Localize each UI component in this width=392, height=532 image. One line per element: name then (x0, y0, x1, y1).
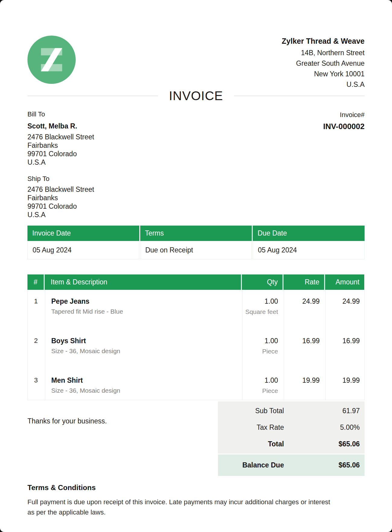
address-line: U.S.A (27, 158, 94, 166)
bill-to-address: 2476 Blackwell Street Fairbanks 99701 Co… (27, 133, 94, 166)
terms-value: Due on Receipt (140, 241, 252, 259)
item-qty-cell: 1.00 Piece (242, 329, 283, 369)
invoice-document: Zylker Thread & Weave 14B, Northern Stre… (0, 0, 392, 532)
company-address-line: U.S.A (282, 79, 365, 90)
invoice-number-block: Invoice# INV-000002 (323, 110, 365, 219)
item-subdescription: Tapered fit Mid rise - Blue (51, 308, 236, 315)
page-title: INVOICE (169, 89, 223, 103)
terms-header: Terms (140, 226, 252, 241)
terms-body: Full payment is due upon receipt of this… (27, 497, 338, 518)
terms-heading: Terms & Conditions (27, 483, 365, 492)
column-header-qty: Qty (242, 274, 283, 290)
invoice-date-header: Invoice Date (27, 226, 139, 241)
subtotal-label: Sub Total (218, 407, 284, 415)
total-label: Total (218, 440, 284, 448)
item-qty-cell: 1.00 Piece (242, 369, 283, 400)
company-address-line: Greater South Avenue (282, 58, 365, 69)
table-row: 1 Pepe Jeans Tapered fit Mid rise - Blue… (28, 290, 364, 329)
item-qty: 1.00 (242, 376, 278, 385)
ship-to-label: Ship To (27, 175, 94, 183)
balance-due-label: Balance Due (218, 461, 284, 469)
address-line: 99701 Colorado (27, 202, 94, 211)
table-row: 2 Boys Shirt Size - 36, Mosaic design 1.… (28, 329, 364, 369)
invoice-dates-table: Invoice Date Terms Due Date 05 Aug 2024 … (27, 226, 365, 259)
table-row: 3 Men Shirt Size - 36, Mosaic design 1.0… (28, 369, 364, 400)
item-unit: Piece (242, 348, 278, 355)
column-header-rate: Rate (283, 274, 324, 290)
item-amount: 16.99 (325, 329, 365, 369)
column-header-index: # (27, 274, 44, 290)
ship-to-block: Ship To 2476 Blackwell Street Fairbanks … (27, 175, 94, 219)
item-rate: 24.99 (284, 290, 324, 329)
ship-to-address: 2476 Blackwell Street Fairbanks 99701 Co… (27, 185, 94, 219)
item-rate: 19.99 (284, 369, 324, 400)
company-name: Zylker Thread & Weave (282, 36, 365, 46)
due-date-value: 05 Aug 2024 (253, 241, 365, 259)
company-address-line: 14B, Northern Street (282, 48, 365, 58)
total-value: $65.06 (284, 440, 365, 448)
address-line: 99701 Colorado (27, 150, 94, 158)
company-logo (27, 36, 76, 84)
item-rate: 16.99 (284, 329, 324, 369)
items-table-header: # Item & Description Qty Rate Amount (27, 274, 365, 290)
items-table-body: 1 Pepe Jeans Tapered fit Mid rise - Blue… (27, 290, 365, 400)
address-line: U.S.A (27, 211, 94, 219)
company-address-line: New York 10001 (282, 69, 365, 79)
balance-due-value: $65.06 (284, 461, 365, 469)
item-unit: Square feet (242, 308, 278, 315)
item-description-cell: Pepe Jeans Tapered fit Mid rise - Blue (45, 290, 241, 329)
item-name: Pepe Jeans (51, 297, 236, 306)
tax-rate-row: Tax Rate 5.00% (218, 419, 365, 436)
divider-line-right (234, 96, 365, 96)
total-row: Total $65.06 (218, 436, 365, 452)
subtotal-value: 61.97 (284, 407, 365, 415)
item-subdescription: Size - 36, Mosaic design (51, 347, 236, 355)
bill-to-block: Bill To Scott, Melba R. 2476 Blackwell S… (27, 110, 94, 166)
balance-due-row: Balance Due $65.06 (218, 454, 365, 476)
company-block: Zylker Thread & Weave 14B, Northern Stre… (282, 36, 365, 90)
item-subdescription: Size - 36, Mosaic design (51, 387, 236, 394)
column-header-description: Item & Description (45, 274, 241, 290)
invoice-number-label: Invoice# (323, 111, 365, 119)
item-amount: 19.99 (325, 369, 365, 400)
item-description-cell: Boys Shirt Size - 36, Mosaic design (45, 329, 241, 369)
item-qty: 1.00 (242, 297, 278, 306)
divider-line-left (27, 96, 158, 96)
item-name: Boys Shirt (51, 337, 236, 345)
thanks-note: Thanks for your business. (27, 417, 107, 425)
item-description-cell: Men Shirt Size - 36, Mosaic design (45, 369, 241, 400)
item-index: 3 (28, 369, 44, 400)
terms-and-conditions-section: Terms & Conditions Full payment is due u… (27, 483, 365, 518)
tax-rate-label: Tax Rate (218, 423, 284, 432)
item-amount: 24.99 (325, 290, 365, 329)
invoice-date-value: 05 Aug 2024 (27, 241, 139, 259)
bill-to-name: Scott, Melba R. (27, 122, 94, 130)
item-index: 1 (28, 290, 44, 329)
due-date-header: Due Date (253, 226, 365, 241)
customer-addresses: Bill To Scott, Melba R. 2476 Blackwell S… (27, 110, 94, 219)
address-line: 2476 Blackwell Street (27, 185, 94, 194)
column-header-amount: Amount (325, 274, 364, 290)
zylker-z-logo-icon (27, 36, 76, 84)
tax-rate-value: 5.00% (284, 423, 365, 432)
totals-panel: Sub Total 61.97 Tax Rate 5.00% Total $65… (218, 401, 365, 476)
totals-main-block: Sub Total 61.97 Tax Rate 5.00% Total $65… (218, 401, 365, 454)
item-name: Men Shirt (51, 376, 236, 385)
item-unit: Piece (242, 387, 278, 394)
title-row: INVOICE (27, 89, 365, 103)
address-line: Fairbanks (27, 141, 94, 150)
parties-section: Bill To Scott, Melba R. 2476 Blackwell S… (27, 110, 365, 219)
address-line: Fairbanks (27, 194, 94, 202)
bill-to-label: Bill To (27, 110, 94, 118)
subtotal-row: Sub Total 61.97 (218, 403, 365, 419)
invoice-number-value: INV-000002 (323, 122, 365, 131)
totals-section: Thanks for your business. Sub Total 61.9… (27, 401, 365, 476)
item-qty: 1.00 (242, 337, 278, 345)
invoice-header: Zylker Thread & Weave 14B, Northern Stre… (27, 0, 365, 90)
address-line: 2476 Blackwell Street (27, 133, 94, 141)
item-qty-cell: 1.00 Square feet (242, 290, 283, 329)
item-index: 2 (28, 329, 44, 369)
